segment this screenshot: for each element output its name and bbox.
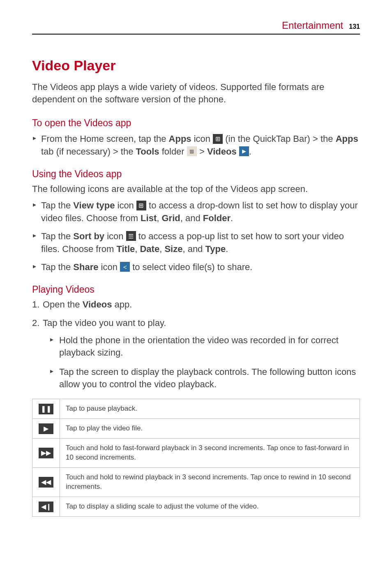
playing-steps: 1. Open the Videos app. 2. Tap the video… [32, 298, 360, 391]
share-icon: < [120, 262, 130, 272]
page: Entertainment 131 Video Player The Video… [0, 0, 392, 564]
using-item-view-type: Tap the View type icon ⊞ to access a dro… [32, 199, 360, 224]
fast-forward-icon: ▶▶ [39, 448, 53, 458]
sort-by-label: Sort by [73, 231, 104, 241]
pause-icon: ❚❚ [39, 404, 53, 414]
page-title: Video Player [32, 58, 360, 74]
subheading-using-app: Using the Videos app [32, 169, 360, 180]
text: folder [159, 146, 187, 157]
header-section: Entertainment [282, 20, 343, 31]
videos-app-label: Videos [83, 299, 112, 310]
text: > [197, 146, 207, 157]
text: icon [104, 231, 126, 241]
option-size: Size [164, 244, 182, 254]
icon-cell: ◀❙ [32, 497, 60, 517]
desc-cell: Touch and hold to fast-forward playback … [60, 439, 360, 468]
text: . [226, 244, 228, 254]
text: , [135, 244, 140, 254]
text: to select video file(s) to share. [130, 262, 252, 272]
option-type: Type [205, 244, 226, 254]
text: , and [180, 213, 203, 223]
page-header: Entertainment 131 [32, 20, 360, 35]
intro-text: The Videos app plays a wide variety of v… [32, 81, 360, 105]
playing-substeps: Hold the phone in the orientation the vi… [50, 334, 360, 391]
desc-cell: Tap to pause playback. [60, 399, 360, 419]
using-app-list: Tap the View type icon ⊞ to access a dro… [32, 199, 360, 273]
text: . [231, 213, 233, 223]
sort-by-icon: ☰ [126, 231, 136, 241]
text: icon [98, 262, 120, 272]
apps-icon: ⊞ [213, 134, 223, 144]
desc-cell: Touch and hold to rewind playback in 3 s… [60, 468, 360, 497]
step-number: 2. [32, 317, 39, 329]
videos-icon: ▶ [239, 146, 249, 156]
play-icon: ▶ [39, 423, 53, 434]
playing-step-2: 2. Tap the video you want to play. Hold … [32, 317, 360, 391]
header-page-number: 131 [349, 23, 360, 30]
text: , [159, 244, 164, 254]
using-item-share: Tap the Share icon < to select video fil… [32, 261, 360, 273]
text: Tap the video you want to play. [43, 318, 166, 328]
option-folder: Folder [203, 213, 231, 223]
desc-cell: Tap to display a sliding scale to adjust… [60, 497, 360, 517]
playback-controls-table: ❚❚ Tap to pause playback. ▶ Tap to play … [32, 399, 360, 517]
text: Tap the [41, 262, 73, 272]
table-row: ◀◀ Touch and hold to rewind playback in … [32, 468, 360, 497]
option-date: Date [140, 244, 159, 254]
text: icon [191, 134, 213, 144]
volume-icon: ◀❙ [39, 502, 53, 512]
icon-cell: ❚❚ [32, 399, 60, 419]
text: , and [182, 244, 205, 254]
table-row: ▶▶ Touch and hold to fast-forward playba… [32, 439, 360, 468]
table-row: ▶ Tap to play the video file. [32, 419, 360, 439]
text: Tap the [41, 231, 73, 241]
text: Open the [43, 299, 83, 310]
videos-label: Videos [207, 146, 237, 157]
using-item-sort-by: Tap the Sort by icon ☰ to access a pop-u… [32, 230, 360, 255]
playing-substep-controls: Tap the screen to display the playback c… [50, 366, 360, 391]
text: app. [112, 299, 132, 310]
share-label: Share [73, 262, 98, 272]
playing-step-1: 1. Open the Videos app. [32, 298, 360, 311]
apps-tab-label: Apps [336, 134, 358, 144]
subheading-open-app: To open the Videos app [32, 118, 360, 129]
table-row: ◀❙ Tap to display a sliding scale to adj… [32, 497, 360, 517]
icon-cell: ◀◀ [32, 468, 60, 497]
playing-substep-orientation: Hold the phone in the orientation the vi… [50, 334, 360, 359]
option-grid: Grid [161, 213, 180, 223]
open-app-item: From the Home screen, tap the Apps icon … [32, 133, 360, 158]
text: Tap the [41, 200, 73, 210]
icon-cell: ▶ [32, 419, 60, 439]
tools-folder-icon: ▦ [187, 146, 197, 156]
open-app-list: From the Home screen, tap the Apps icon … [32, 133, 360, 158]
option-list: List [141, 213, 157, 223]
rewind-icon: ◀◀ [39, 477, 53, 488]
text: From the Home screen, tap the [41, 134, 169, 144]
apps-label: Apps [169, 134, 191, 144]
view-type-label: View type [73, 200, 115, 210]
view-type-icon: ⊞ [136, 201, 146, 210]
text: . [249, 146, 251, 157]
text: , [157, 213, 161, 223]
icon-cell: ▶▶ [32, 439, 60, 468]
desc-cell: Tap to play the video file. [60, 419, 360, 439]
using-app-intro: The following icons are available at the… [32, 183, 360, 195]
step-number: 1. [32, 298, 39, 311]
tools-label: Tools [136, 146, 159, 157]
option-title: Title [116, 244, 135, 254]
subheading-playing: Playing Videos [32, 284, 360, 295]
text: icon [115, 200, 136, 210]
text: (in the QuickTap Bar) > the [223, 134, 336, 144]
text: tab (if necessary) > the [41, 146, 136, 157]
table-row: ❚❚ Tap to pause playback. [32, 399, 360, 419]
